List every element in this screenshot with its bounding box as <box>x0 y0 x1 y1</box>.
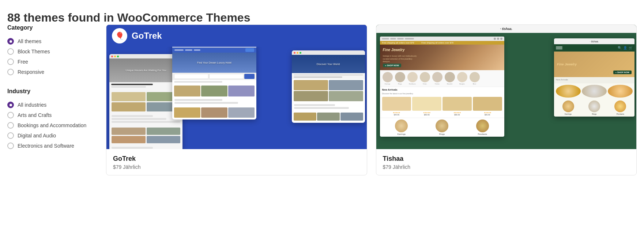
industry-filter-group: Industry All industries Arts and Crafts … <box>7 88 95 151</box>
tishaa-pendants-label: Pendants <box>463 133 502 135</box>
tishaa-card-info: Tishaa $79 Jährlich <box>376 149 637 175</box>
theme-card-tishaa[interactable]: · tishaa. <box>376 24 637 175</box>
radio-responsive <box>7 69 14 75</box>
tishaa-overlay-jewelry-row <box>554 83 634 99</box>
tishaa-theme-price: $79 Jährlich <box>383 164 630 170</box>
filter-digital-audio-label: Digital and Audio <box>18 133 56 139</box>
filter-arts-crafts[interactable]: Arts and Crafts <box>7 110 95 120</box>
gotrek-screen-right-hero-text: Discover Your World <box>292 55 365 73</box>
filter-electronics-label: Electronics and Software <box>18 143 74 149</box>
title-count: 88 themes found in <box>7 11 117 24</box>
filter-all-themes-label: All themes <box>18 38 41 44</box>
filter-responsive[interactable]: Responsive <box>7 67 95 77</box>
tishaa-brand-top: · tishaa. <box>500 27 512 31</box>
filter-block-themes[interactable]: Block Themes <box>7 46 95 57</box>
gotrek-screen-right: Discover Your World <box>292 50 365 123</box>
tishaa-hero-text: Fine Jewelry <box>383 48 405 52</box>
hamburger-icon <box>556 46 562 50</box>
filter-bookings-label: Bookings and Accommodation <box>18 122 86 128</box>
tishaa-price-value: $79 <box>383 164 391 170</box>
radio-all-industries <box>7 102 14 108</box>
filter-responsive-label: Responsive <box>18 69 44 75</box>
tishaa-top-bar: · tishaa. <box>376 25 637 33</box>
tishaa-price-period: Jährlich <box>393 164 410 170</box>
tishaa-arrivals-grid: ★★★★★ $44.55 ★★★★★ $80.55 <box>380 96 504 118</box>
theme-card-gotrek[interactable]: 🎈 GoTrek Unique Houses Are Waiting For Y… <box>106 24 367 175</box>
gotrek-screen-left-hero-text: Unique Houses Are Waiting For You <box>109 58 182 82</box>
tishaa-theme-name: Tishaa <box>383 155 630 163</box>
overlay-rings: Rings <box>588 113 600 115</box>
gotrek-logo-circle: 🎈 <box>112 28 127 43</box>
radio-all-themes <box>7 38 14 45</box>
tishaa-new-arrivals-label: New Arrivals <box>380 87 504 92</box>
sidebar: Category All themes Block Themes Free Re… <box>7 24 95 162</box>
gotrek-price-period: Jährlich <box>123 164 140 170</box>
radio-digital-audio <box>7 132 14 139</box>
page-title: 88 themes found in WooCommerce Themes <box>7 11 637 24</box>
tishaa-preview: · tishaa. <box>376 25 637 149</box>
filter-all-industries[interactable]: All industries <box>7 100 95 110</box>
themes-grid: 🎈 GoTrek Unique Houses Are Waiting For Y… <box>106 24 637 175</box>
tishaa-overlay-hero-text: Fine Jewelry <box>557 62 577 67</box>
radio-electronics <box>7 143 14 149</box>
tishaa-hero-subtext: Indulge in luxury with our meticulously … <box>383 55 419 63</box>
radio-block-themes <box>7 48 14 55</box>
gotrek-theme-name: GoTrek <box>113 155 360 163</box>
radio-free <box>7 58 14 65</box>
filter-all-themes[interactable]: All themes <box>7 36 95 46</box>
tishaa-overlay-screen: · tishaa. 🔍 👤 🛒 <box>554 38 634 117</box>
tishaa-rings-label: Rings <box>422 133 462 135</box>
gotrek-preview: 🎈 GoTrek Unique Houses Are Waiting For Y… <box>106 25 367 149</box>
filter-electronics[interactable]: Electronics and Software <box>7 141 95 151</box>
tishaa-bottom-row: Earrings Rings Pendants <box>380 118 504 137</box>
gotrek-brand-name: GoTrek <box>132 31 162 41</box>
filter-free-label: Free <box>18 59 28 65</box>
category-label: Category <box>7 24 95 31</box>
category-filter-group: Category All themes Block Themes Free Re… <box>7 24 95 77</box>
tishaa-overlay-shop-btn[interactable]: + SHOP NOW <box>613 71 632 74</box>
gotrek-screen-center: Find Your Dream Luxury Hotel <box>172 43 256 120</box>
gotrek-screen-center-hero-text: Find Your Dream Luxury Hotel <box>172 53 256 73</box>
radio-arts-crafts <box>7 112 14 118</box>
filter-block-themes-label: Block Themes <box>18 49 50 54</box>
tishaa-earrings-label: Earrings <box>382 133 421 135</box>
gotrek-theme-price: $79 Jährlich <box>113 164 360 170</box>
gotrek-screen-left: Unique Houses Are Waiting For You <box>109 54 182 149</box>
radio-bookings <box>7 122 14 129</box>
tishaa-overlay-brand: · tishaa. <box>554 38 634 44</box>
tishaa-icons-row: Earrings Rings Necklaces <box>380 70 504 87</box>
overlay-earrings: Earrings <box>562 113 574 115</box>
filter-digital-audio[interactable]: Digital and Audio <box>7 130 95 141</box>
tishaa-overlay-hero: Fine Jewelry + SHOP NOW <box>554 52 634 77</box>
filter-all-industries-label: All industries <box>18 102 46 108</box>
gotrek-price-value: $79 <box>113 164 121 170</box>
filter-bookings[interactable]: Bookings and Accommodation <box>7 120 95 130</box>
title-bold: WooCommerce Themes <box>117 11 250 24</box>
tishaa-shipping-ticker: Free shipping all orders over $79 Free s… <box>380 41 504 45</box>
shipping-text: Free shipping all orders over $79 <box>382 42 414 44</box>
gotrek-card-info: GoTrek $79 Jährlich <box>106 149 367 175</box>
tishaa-shop-btn[interactable]: + SHOP NOW <box>383 64 401 67</box>
tishaa-main-screen: Free shipping all orders over $79 Free s… <box>380 37 504 137</box>
filter-free[interactable]: Free <box>7 57 95 67</box>
filter-arts-crafts-label: Arts and Crafts <box>18 112 52 118</box>
industry-label: Industry <box>7 88 95 95</box>
overlay-pendants: Pendants <box>614 113 626 115</box>
